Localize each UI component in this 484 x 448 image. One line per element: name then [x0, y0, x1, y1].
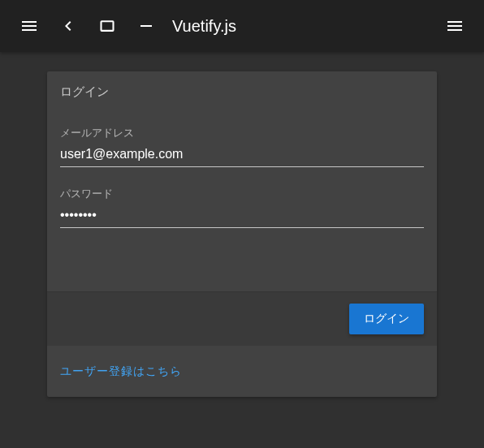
app-title: Vuetify.js: [172, 17, 435, 36]
email-field-wrapper: メールアドレス: [60, 126, 424, 167]
email-label: メールアドレス: [60, 126, 424, 140]
card-title: ログイン: [47, 71, 437, 113]
register-link[interactable]: ユーザー登録はこちら: [60, 364, 182, 377]
card-footer: ユーザー登録はこちら: [47, 346, 437, 397]
card-body: メールアドレス パスワード: [47, 113, 437, 291]
minimize-icon[interactable]: [127, 6, 166, 45]
app-toolbar: Vuetify.js: [0, 0, 484, 52]
login-card: ログイン メールアドレス パスワード ログイン ユーザー登録はこちら: [47, 71, 437, 397]
password-field-wrapper: パスワード: [60, 187, 424, 228]
menu-right-icon[interactable]: [435, 6, 474, 45]
svg-rect-0: [102, 21, 114, 31]
back-icon[interactable]: [49, 6, 88, 45]
password-input[interactable]: [60, 205, 424, 228]
password-label: パスワード: [60, 187, 424, 201]
menu-icon[interactable]: [10, 6, 49, 45]
window-icon[interactable]: [88, 6, 127, 45]
card-actions: ログイン: [47, 291, 437, 346]
login-button[interactable]: ログイン: [349, 304, 424, 334]
email-input[interactable]: [60, 144, 424, 167]
content-area: ログイン メールアドレス パスワード ログイン ユーザー登録はこちら: [0, 52, 484, 416]
